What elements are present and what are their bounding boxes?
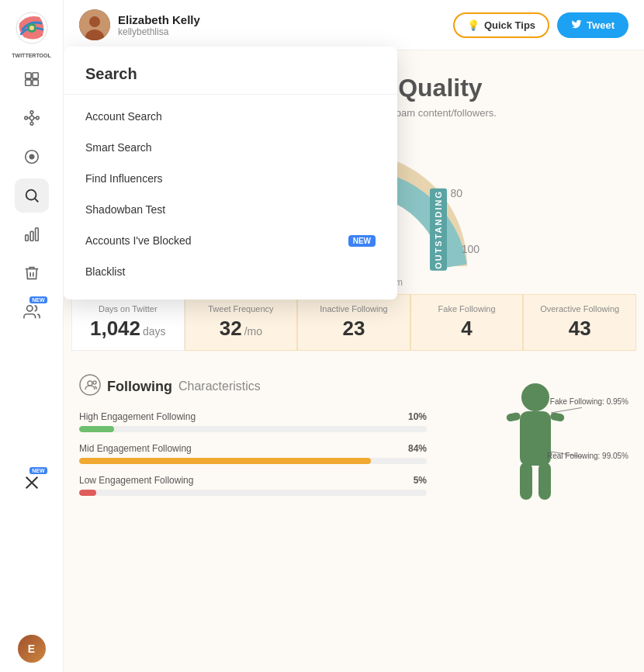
following-title-text: Following	[107, 379, 172, 395]
dropdown-item-label: Accounts I've Blocked	[85, 234, 192, 247]
x-new-badge: NEW	[29, 467, 47, 474]
svg-point-12	[30, 123, 33, 126]
following-left: Following Characteristics High Engagemen…	[79, 374, 427, 514]
stat-tweet-freq-value: 32/mo	[193, 317, 289, 341]
svg-rect-37	[520, 462, 532, 500]
sidebar-item-x[interactable]: NEW	[15, 466, 49, 500]
dropdown-item-label: Shadowban Test	[85, 203, 165, 216]
quick-tips-button[interactable]: 💡 Quick Tips	[453, 12, 549, 38]
gauge-label-100: 100	[462, 243, 480, 255]
svg-point-32	[93, 381, 96, 384]
app-logo[interactable]: TWITTERTOOL	[12, 8, 52, 48]
header-user-info: Elizabeth Kelly kellybethlisa	[118, 13, 200, 37]
bar-low-label: Low Engagement Following	[79, 475, 193, 486]
stat-fake-value: 4	[419, 317, 515, 341]
header-avatar	[79, 9, 110, 40]
dropdown-item-label: Account Search	[85, 110, 162, 123]
stat-days-value: 1,042days	[80, 317, 176, 341]
dropdown-item-shadowban-test[interactable]: Shadowban Test	[64, 194, 397, 225]
svg-rect-6	[25, 80, 30, 85]
bar-high-fill	[79, 426, 114, 432]
stat-tweet-freq: Tweet Frequency 32/mo	[185, 294, 298, 351]
new-badge: NEW	[29, 296, 47, 303]
tweet-label: Tweet	[587, 19, 615, 31]
sidebar-avatar[interactable]: E	[18, 635, 46, 663]
svg-line-39	[551, 405, 582, 413]
svg-rect-23	[35, 228, 38, 241]
stat-inactive: Inactive Following 23	[297, 294, 410, 351]
bar-high-engagement: High Engagement Following 10%	[79, 411, 427, 432]
svg-rect-36	[550, 412, 565, 422]
quick-tips-label: Quick Tips	[484, 19, 535, 31]
accounts-blocked-new-badge: NEW	[348, 235, 376, 247]
sidebar-item-delete[interactable]	[15, 256, 49, 290]
svg-point-30	[80, 375, 100, 395]
svg-rect-38	[538, 462, 551, 500]
bar-mid-fill	[79, 458, 371, 464]
bar-mid-engagement: Mid Engagement Following 84%	[79, 443, 427, 464]
svg-point-18	[29, 154, 34, 159]
dropdown-title: Search	[64, 65, 397, 95]
svg-point-3	[29, 26, 34, 30]
dropdown-item-accounts-blocked[interactable]: Accounts I've Blocked NEW	[64, 225, 397, 256]
svg-rect-7	[32, 80, 37, 85]
twitter-icon	[571, 19, 582, 32]
svg-point-33	[521, 383, 549, 411]
chart-fake-label: Fake Following: 0.95%	[550, 397, 628, 406]
following-subtitle-text: Characteristics	[178, 379, 261, 393]
stat-overactive-value: 43	[531, 317, 628, 341]
stat-inactive-value: 23	[306, 317, 402, 341]
dropdown-item-label: Blacklist	[85, 265, 125, 278]
dropdown-item-label: Find Influencers	[85, 172, 163, 185]
avatar-initials: E	[18, 635, 46, 663]
sidebar-item-network[interactable]	[15, 101, 49, 135]
sidebar-item-circle[interactable]	[15, 140, 49, 174]
following-right: Fake Following: 0.95% Real Following: 99…	[442, 374, 628, 514]
sidebar: TWITTERTOOL	[0, 0, 64, 672]
bar-mid-track	[79, 458, 427, 464]
stat-overactive-label: Overactive Following	[531, 304, 628, 313]
bar-low-engagement: Low Engagement Following 5%	[79, 475, 427, 496]
chart-real-label: Real Following: 99.05%	[547, 452, 628, 460]
svg-point-24	[26, 306, 32, 311]
sidebar-item-dashboard[interactable]	[15, 62, 49, 96]
bar-high-track	[79, 426, 427, 432]
header-username: Elizabeth Kelly	[118, 13, 200, 26]
search-dropdown: Search Account Search Smart Search Find …	[64, 47, 397, 300]
stat-days-label: Days on Twitter	[80, 304, 176, 313]
dropdown-item-account-search[interactable]: Account Search	[64, 101, 397, 132]
app-title: TWITTERTOOL	[12, 53, 52, 58]
svg-point-19	[26, 190, 36, 200]
stat-tweet-freq-label: Tweet Frequency	[193, 304, 289, 313]
following-section: Following Characteristics High Engagemen…	[64, 359, 644, 529]
bar-low-pct: 5%	[414, 475, 427, 486]
sidebar-item-analytics[interactable]	[15, 217, 49, 251]
bar-mid-label: Mid Engagement Following	[79, 443, 192, 454]
following-icon	[79, 374, 101, 399]
figure-chart	[489, 374, 582, 514]
sidebar-item-users[interactable]: NEW	[15, 295, 49, 329]
header-user-handle: kellybethlisa	[118, 26, 200, 37]
svg-rect-21	[25, 235, 28, 241]
dropdown-item-find-influencers[interactable]: Find Influencers	[64, 163, 397, 194]
following-title: Following Characteristics	[79, 374, 427, 399]
svg-point-11	[30, 111, 33, 114]
dropdown-item-smart-search[interactable]: Smart Search	[64, 132, 397, 163]
tweet-button[interactable]: Tweet	[557, 12, 628, 38]
svg-line-20	[35, 199, 38, 202]
svg-point-26	[89, 16, 100, 27]
svg-rect-5	[32, 73, 37, 78]
svg-rect-22	[30, 231, 33, 241]
header-actions: 💡 Quick Tips Tweet	[453, 12, 628, 38]
main-content: Elizabeth Kelly kellybethlisa 💡 Quick Ti…	[64, 0, 644, 672]
avatar-img	[79, 9, 110, 40]
svg-point-9	[24, 116, 27, 120]
stat-inactive-label: Inactive Following	[306, 304, 402, 313]
header: Elizabeth Kelly kellybethlisa 💡 Quick Ti…	[64, 0, 644, 50]
bar-high-label: High Engagement Following	[79, 411, 196, 422]
sidebar-item-search[interactable]	[15, 178, 49, 213]
bar-high-pct: 10%	[408, 411, 427, 422]
svg-rect-35	[506, 412, 521, 422]
svg-rect-4	[25, 73, 30, 78]
dropdown-item-blacklist[interactable]: Blacklist	[64, 256, 397, 287]
